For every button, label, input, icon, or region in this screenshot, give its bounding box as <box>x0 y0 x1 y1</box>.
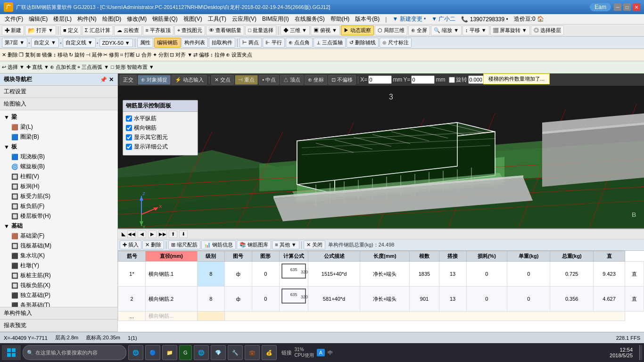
sidebar-item-spiral-slab[interactable]: 🌀螺旋板(B) <box>0 162 117 172</box>
break-t3[interactable]: ⌗ 打断 <box>120 51 135 58</box>
tree-group-beam[interactable]: ▼ 梁 <box>0 112 117 122</box>
taskbar-show-desktop[interactable] <box>639 345 642 360</box>
coord-btn[interactable]: ⊕ 坐标 <box>305 75 327 85</box>
endpoint-btn[interactable]: △ 顶点 <box>280 75 304 85</box>
trim-t3[interactable]: ✂ 修剪 <box>103 51 119 58</box>
rotate-t3[interactable]: ↻ 旋转 <box>69 51 85 58</box>
y-input[interactable] <box>411 75 435 84</box>
del-aux-btn[interactable]: ↺ 删除辅线 <box>347 38 379 48</box>
rebar-lib-btn[interactable]: 📚 钢筋图库 <box>237 240 271 249</box>
sidebar-section-draw[interactable]: 绘图输入 <box>0 98 117 110</box>
sidebar-section-single-member[interactable]: 单构件输入 <box>0 307 117 320</box>
split-t3[interactable]: ✦ 分割 <box>153 51 169 58</box>
menu-help[interactable]: 帮助(H) <box>328 14 353 24</box>
define-button[interactable]: ■ 定义 <box>60 25 81 35</box>
delete-t3[interactable]: ✕ 删除 <box>2 51 18 58</box>
three-arc-btn[interactable]: ⊥ 三点弧轴 <box>314 38 346 48</box>
x-input[interactable] <box>368 75 392 84</box>
close-button[interactable]: ✕ <box>633 3 640 11</box>
orthogonal-btn[interactable]: 正交 <box>120 75 137 85</box>
taskbar-app-gem[interactable]: 💎 <box>211 345 226 360</box>
maximize-button[interactable]: □ <box>623 3 631 11</box>
pan-button[interactable]: ↕ 平移 ▼ <box>462 25 489 35</box>
3d-button[interactable]: ◆ 三维 ▼ <box>281 25 310 35</box>
menu-cloud-app[interactable]: 云应用(V) <box>229 14 259 24</box>
menu-online[interactable]: 在线服务(S) <box>292 14 328 24</box>
cloud-check-button[interactable]: ☁ 云检查 <box>114 25 142 35</box>
taskbar-app-ie[interactable]: 🌐 <box>128 345 143 360</box>
pickup-member-button[interactable]: 抬取构件 <box>209 38 235 48</box>
sidebar-item-cast-slab[interactable]: 🟦现浇板(B) <box>0 152 117 162</box>
top-view-button[interactable]: ▣ 俯视 ▼ <box>311 25 340 35</box>
menu-tools[interactable]: 工具(T) <box>205 14 229 24</box>
rebar-check-4[interactable] <box>126 144 132 150</box>
taskbar-app-ie2[interactable]: 🌐 <box>194 345 209 360</box>
menu-draw[interactable]: 绘图(D) <box>99 14 124 24</box>
sidebar-item-slab-rebar[interactable]: 🔲板受力筋(S) <box>0 191 117 201</box>
sidebar-item-ring-beam[interactable]: 🟦圈梁(B) <box>0 132 117 142</box>
flatten-button[interactable]: ≡ 平齐板顶 <box>143 25 173 35</box>
cell-dia-1[interactable]: 8 <box>197 262 224 287</box>
taskbar-app-brief[interactable]: 💼 <box>245 345 260 360</box>
dynamic-input-btn[interactable]: ⚡ 动态输入 <box>172 75 207 85</box>
select-floor-button[interactable]: ◎ 选择楼层 <box>531 25 564 35</box>
tree-group-slab[interactable]: ▼ 板 <box>0 142 117 152</box>
sidebar-item-col-pier[interactable]: ⬛柱墩(Y) <box>0 261 117 271</box>
select-draw[interactable]: ↩ 选择 ▼ <box>2 64 25 71</box>
no-snap-btn[interactable]: ⊡ 不偏移 <box>328 75 356 85</box>
menu-version[interactable]: 版本号(B) <box>352 14 382 24</box>
point-angle-btn[interactable]: ⊕ 点点角 <box>286 38 313 48</box>
table-row[interactable]: ... 横向钢筋... <box>118 312 644 321</box>
scale-rebar-btn[interactable]: ⊞ 缩尺配筋 <box>168 240 200 249</box>
snap-btn[interactable]: ⊕ 对象捕捉 <box>138 75 171 85</box>
copy-t3[interactable]: ❒ 复制 <box>19 51 35 58</box>
member-list-button[interactable]: 构件列表 <box>182 38 208 48</box>
menu-edit[interactable]: 编辑(E) <box>26 14 50 24</box>
menu-file[interactable]: 文件(F) <box>2 14 26 24</box>
table-row[interactable]: 2 横向钢筋.2 8 ф 0 635 320 <box>118 287 644 312</box>
rect-draw[interactable]: □ 矩形 <box>111 64 126 71</box>
taskbar-lang-icon[interactable]: A <box>317 349 325 356</box>
rebar-option-4[interactable]: 显示详细公式 <box>126 143 195 151</box>
set-grip-t3[interactable]: ⊕ 设置夹点 <box>226 51 252 58</box>
nav-down-btn[interactable]: ⬇ <box>179 230 188 238</box>
rebar-option-2[interactable]: 横向钢筋 <box>126 124 195 132</box>
menu-guangxiao[interactable]: ▼ 广小二 <box>429 14 458 24</box>
offset-t3[interactable]: ⇄ 偏移 <box>193 51 209 58</box>
menu-view[interactable]: 视图(V) <box>181 14 205 24</box>
point-len-draw[interactable]: ⊕ 点加长度 <box>50 64 76 71</box>
sidebar-item-isolated-found[interactable]: ⬛独立基础(P) <box>0 290 117 300</box>
mid-btn[interactable]: ⊣ 重点 <box>235 75 258 85</box>
delete-btn[interactable]: ✕ 删除 <box>142 240 164 249</box>
spec-dropdown[interactable]: ZDYX-50 ▼ <box>99 39 133 47</box>
properties-button[interactable]: 属性 <box>137 38 153 48</box>
edit-rebar-button[interactable]: 编辑钢筋 <box>154 38 181 48</box>
menu-modify[interactable]: 修改(M) <box>124 14 149 24</box>
taskbar-app-browser1[interactable]: 🔵 <box>145 345 160 360</box>
taskbar-ime-icon[interactable]: 中 <box>328 349 333 356</box>
sidebar-item-slab-hole[interactable]: 🔲板洞(H) <box>0 181 117 191</box>
start-button[interactable] <box>2 345 21 360</box>
table-row[interactable]: 1* 横向钢筋.1 8 ф 0 635 320 <box>118 262 644 287</box>
nav-prev-btn[interactable]: ◀ <box>138 230 146 238</box>
menu-new-change[interactable]: ▼ 新建变更 • <box>389 14 429 24</box>
minimize-button[interactable]: ─ <box>614 3 621 11</box>
line-draw[interactable]: ✚ 直线 ▼ <box>26 64 49 71</box>
sidebar-item-floor-band[interactable]: 🔲楼层板带(H) <box>0 211 117 221</box>
batch-select-button[interactable]: □ 批量选择 <box>245 25 276 35</box>
fullscreen-button[interactable]: ⊕ 全屏 <box>408 25 430 35</box>
sidebar-item-beam-l[interactable]: 🟫梁(L) <box>0 122 117 132</box>
define-type-dropdown[interactable]: 自定义 ▼ <box>31 38 59 48</box>
data-table-wrapper[interactable]: 筋号 直径(mm) 级别 图号 图形 计算公式 公式描述 长度(mm) 根数 搭… <box>118 251 644 332</box>
taskbar-app-price[interactable]: 💰 <box>262 345 277 360</box>
sidebar-item-pile-main[interactable]: 🔲板桩主筋(R) <box>0 271 117 280</box>
sidebar-item-raft-neg[interactable]: 🔲筏板负筋(X) <box>0 280 117 290</box>
sidebar-item-strip-found[interactable]: ⬛条形基础(T) <box>0 300 117 307</box>
sidebar-section-settings[interactable]: 工程设置 <box>0 86 117 98</box>
screen-rotate-button[interactable]: ▦ 屏幕旋转 ▼ <box>490 25 530 35</box>
extend-t3[interactable]: ⊣ 延伸 <box>86 51 102 58</box>
viewport-3d[interactable]: 楼梯的构件数量增加了... 正交 ⊕ 对象捕捉 ⚡ 动态输入 ✕ 交点 ⊣ 重点… <box>118 74 644 228</box>
menu-floor[interactable]: 楼层(L) <box>50 14 74 24</box>
dim-btn[interactable]: ⊙ 尺寸标注 <box>380 38 412 48</box>
align-t3[interactable]: ⊡ 对齐 ▼ <box>170 51 192 58</box>
